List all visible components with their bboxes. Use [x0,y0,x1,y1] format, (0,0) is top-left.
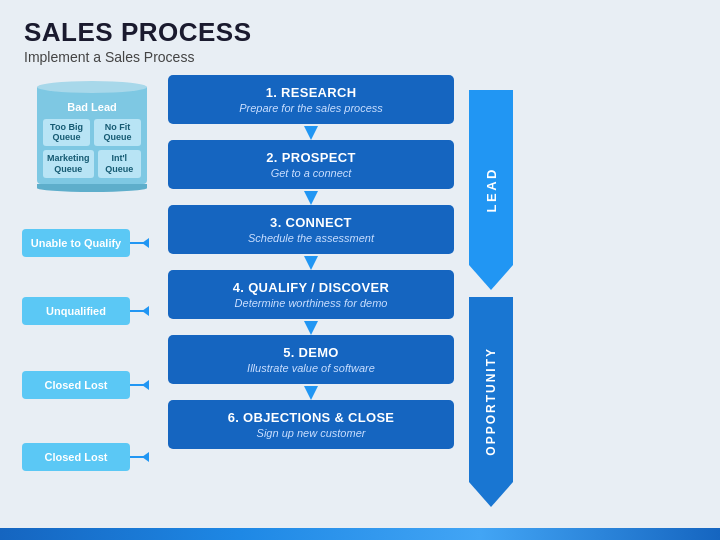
page-title: SALES PROCESS [24,18,696,47]
bad-lead-container: Bad Lead Too Big Queue No Fit Queue Mark… [18,81,166,192]
step-1-title: 1. RESEARCH [184,85,438,100]
svg-marker-0 [304,126,318,140]
arrow-3-4 [168,256,454,270]
arrow-4-5 [168,321,454,335]
lead-label: LEAD [484,167,499,212]
right-column: LEAD OPPORTUNITY [462,75,520,515]
opportunity-chevron-container: OPPORTUNITY [462,289,520,515]
exit-box-unqualified: Unqualified [22,297,130,325]
connector-unable-qualify [130,242,148,244]
header: SALES PROCESS Implement a Sales Process [0,0,720,71]
exit-closed-lost-1: Closed Lost [22,371,148,399]
left-column: Bad Lead Too Big Queue No Fit Queue Mark… [18,75,166,522]
lead-chevron-container: LEAD [462,77,520,303]
chip-no-fit: No Fit Queue [94,119,141,147]
exit-box-closed-lost-1: Closed Lost [22,371,130,399]
svg-marker-4 [304,386,318,400]
arrow-5-6 [168,386,454,400]
step-3-subtitle: Schedule the assessment [184,232,438,244]
chip-too-big: Too Big Queue [43,119,90,147]
page-subtitle: Implement a Sales Process [24,49,696,65]
exit-closed-lost-2: Closed Lost [22,443,148,471]
steps-column: 1. RESEARCH Prepare for the sales proces… [168,75,454,522]
svg-marker-1 [304,191,318,205]
step-4: 4. QUALIFY / DISCOVER Determine worthine… [168,270,454,319]
step-2: 2. PROSPECT Get to a connect [168,140,454,189]
step-2-title: 2. PROSPECT [184,150,438,165]
chip-marketing: Marketing Queue [43,150,94,178]
step-5-subtitle: Illustrate value of software [184,362,438,374]
step-6-title: 6. OBJECTIONS & CLOSE [184,410,438,425]
exit-unqualified: Unqualified [22,297,148,325]
step-3: 3. CONNECT Schedule the assessment [168,205,454,254]
svg-marker-2 [304,256,318,270]
slide: SALES PROCESS Implement a Sales Process … [0,0,720,540]
step-1: 1. RESEARCH Prepare for the sales proces… [168,75,454,124]
chip-intl: Int'l Queue [98,150,141,178]
arrow-2-3 [168,191,454,205]
step-6: 6. OBJECTIONS & CLOSE Sign up new custom… [168,400,454,449]
bottom-bar [0,528,720,540]
step-4-subtitle: Determine worthiness for demo [184,297,438,309]
connector-unqualified [130,310,148,312]
step-3-title: 3. CONNECT [184,215,438,230]
bad-lead-body: Bad Lead Too Big Queue No Fit Queue Mark… [37,87,147,184]
step-6-subtitle: Sign up new customer [184,427,438,439]
bad-lead-label: Bad Lead [43,101,141,113]
connector-closed-lost-2 [130,456,148,458]
opportunity-label: OPPORTUNITY [484,347,498,456]
exit-unable-qualify: Unable to Qualify [22,229,148,257]
step-5-title: 5. DEMO [184,345,438,360]
svg-marker-3 [304,321,318,335]
connector-closed-lost-1 [130,384,148,386]
step-1-subtitle: Prepare for the sales process [184,102,438,114]
exit-box-unable-qualify: Unable to Qualify [22,229,130,257]
step-5: 5. DEMO Illustrate value of software [168,335,454,384]
db-bottom [37,184,147,192]
exit-box-closed-lost-2: Closed Lost [22,443,130,471]
arrow-1-2 [168,126,454,140]
step-2-subtitle: Get to a connect [184,167,438,179]
step-4-title: 4. QUALIFY / DISCOVER [184,280,438,295]
